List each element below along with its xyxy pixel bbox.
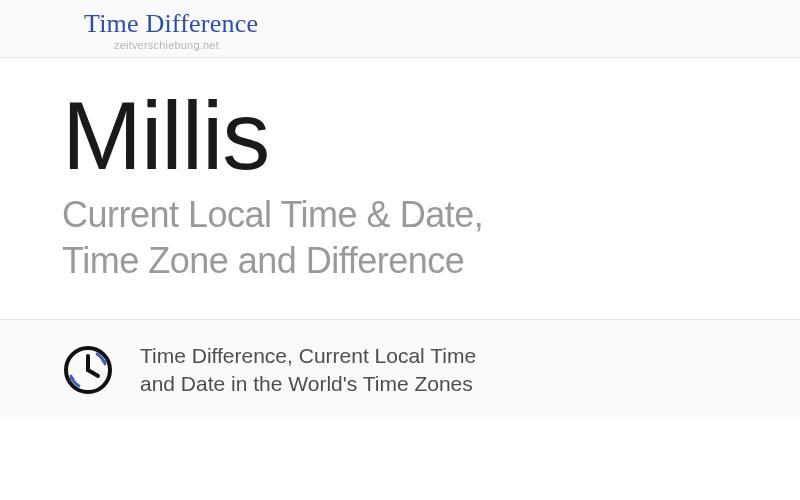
footer-text: Time Difference, Current Local Time and … bbox=[140, 342, 476, 399]
page-subtitle: Current Local Time & Date, Time Zone and… bbox=[62, 192, 800, 284]
subtitle-line-1: Current Local Time & Date, bbox=[62, 194, 483, 235]
footer-bar: Time Difference, Current Local Time and … bbox=[0, 319, 800, 421]
clock-swap-icon bbox=[62, 344, 114, 396]
site-title[interactable]: Time Difference bbox=[84, 10, 800, 39]
site-header: Time Difference zeitverschiebung.net bbox=[0, 0, 800, 58]
footer-line-1: Time Difference, Current Local Time bbox=[140, 344, 476, 367]
footer-line-2: and Date in the World's Time Zones bbox=[140, 372, 473, 395]
city-name: Millis bbox=[62, 86, 800, 187]
main-content: Millis Current Local Time & Date, Time Z… bbox=[0, 58, 800, 319]
svg-line-2 bbox=[88, 370, 98, 376]
subtitle-line-2: Time Zone and Difference bbox=[62, 240, 464, 281]
site-subtitle: zeitverschiebung.net bbox=[114, 39, 800, 51]
